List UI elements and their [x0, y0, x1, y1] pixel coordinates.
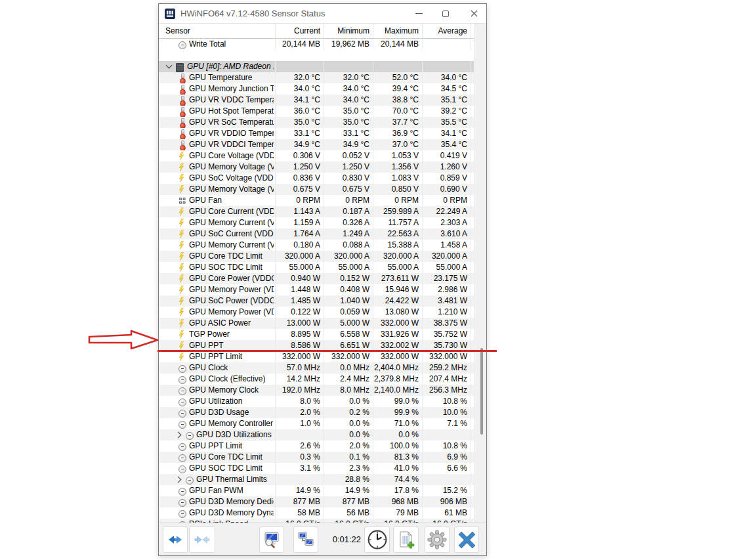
table-row[interactable]: GPU Core Power (VDDCR...0.940 W0.152 W27…	[159, 273, 474, 284]
table-row[interactable]: GPU Core TDC Limit320.000 A320.000 A320.…	[159, 251, 474, 262]
table-row[interactable]: GPU Memory Junction Te...34.0 °C34.0 °C3…	[159, 83, 474, 95]
expand-panels-button[interactable]	[163, 527, 188, 553]
table-row[interactable]: GPU SOC TDC Limit3.1 %2.3 %41.0 %6.6 %	[159, 463, 474, 474]
table-row[interactable]: GPU Core Voltage (VDDC...0.306 V0.052 V1…	[159, 150, 474, 162]
value-cell: 36.0 °C	[276, 106, 324, 117]
table-row[interactable]: GPU Thermal Limits28.8 %74.4 %	[159, 474, 474, 485]
table-row[interactable]: Write Total20,144 MB19,962 MB20,144 MB	[159, 39, 474, 50]
value-cell: 320.000 A	[423, 251, 471, 262]
table-row[interactable]: GPU VR VDDIO Temperat...33.1 °C33.1 °C36…	[159, 128, 474, 139]
column-header-sensor[interactable]: Sensor	[159, 24, 276, 38]
table-row[interactable]: GPU D3D Memory Dedica...877 MB877 MB968 …	[159, 496, 474, 507]
value-cell: 0.0 MHz	[324, 362, 373, 374]
table-row[interactable]: GPU VR VDDCI Temperat...34.9 °C34.9 °C37…	[159, 139, 474, 150]
table-row[interactable]: GPU Clock (Effective)14.2 MHz2.4 MHz2,37…	[159, 374, 474, 385]
value-cell: 906 MB	[423, 496, 471, 507]
bolt-icon	[178, 341, 186, 351]
gauge-icon	[178, 486, 186, 496]
value-cell: 55.000 A	[423, 262, 471, 273]
row-filler	[471, 284, 474, 295]
table-row[interactable]: GPU D3D Usage2.0 %0.2 %99.9 %10.0 %	[159, 407, 474, 418]
table-row[interactable]: GPU Clock57.0 MHz0.0 MHz2,404.0 MHz259.2…	[159, 362, 474, 374]
collapse-panels-button[interactable]	[189, 527, 215, 553]
chevron-right-icon[interactable]	[177, 477, 182, 483]
table-row[interactable]: GPU Temperature32.0 °C32.0 °C52.0 °C34.0…	[159, 72, 474, 83]
table-header: Sensor Current Minimum Maximum Average	[159, 24, 474, 39]
table-row[interactable]: GPU VR VDDC Temperature34.1 °C34.0 °C38.…	[159, 95, 474, 106]
table-row[interactable]: GPU Memory Power (VDD...0.122 W0.059 W13…	[159, 307, 474, 318]
table-row[interactable]: GPU D3D Memory Dynamic58 MB56 MB79 MB61 …	[159, 507, 474, 519]
gauge-icon	[178, 40, 186, 49]
table-row[interactable]: GPU D3D Utilizations0.0 %0.0 %	[159, 429, 474, 441]
table-row[interactable]: GPU Fan PWM14.9 %14.9 %17.8 %15.2 %	[159, 485, 474, 496]
arrows-outward-icon	[166, 532, 184, 547]
sensor-cell: GPU SoC Current (VDDC...	[159, 228, 276, 240]
logging-clock-button[interactable]	[364, 527, 390, 553]
column-header-current[interactable]: Current	[276, 24, 324, 38]
value-cell: 1.764 A	[276, 228, 324, 240]
close-sensors-button[interactable]	[454, 527, 479, 553]
table-row[interactable]: GPU SOC TDC Limit55.000 A55.000 A55.000 …	[159, 262, 474, 273]
report-button[interactable]	[393, 527, 419, 553]
table-row[interactable]: GPU Memory Current (VD...1.159 A0.326 A1…	[159, 217, 474, 228]
bolt-icon	[178, 286, 186, 295]
value-cell: 1.485 W	[276, 295, 324, 307]
value-cell: 1.249 A	[324, 228, 373, 240]
system-summary-button[interactable]	[259, 527, 284, 553]
value-cell: 0.326 A	[324, 217, 373, 228]
sensor-cell: GPU Utilization	[159, 396, 276, 407]
table-row[interactable]: GPU Core TDC Limit0.3 %0.1 %81.3 %6.9 %	[159, 452, 474, 463]
table-row[interactable]: GPU SoC Voltage (VDDC...0.836 V0.830 V1.…	[159, 173, 474, 184]
table-row[interactable]: GPU Memory Voltage (VD...0.675 V0.675 V0…	[159, 184, 474, 195]
table-row[interactable]: GPU ASIC Power13.000 W5.000 W332.000 W38…	[159, 318, 474, 329]
table-row[interactable]: TGP Power8.895 W6.558 W331.926 W35.752 W	[159, 329, 474, 340]
minimize-button[interactable]	[410, 4, 427, 23]
table-row[interactable]: GPU Memory Clock192.0 MHz8.0 MHz2,140.0 …	[159, 385, 474, 396]
sensor-label: GPU Memory Voltage (VD...	[189, 162, 274, 173]
table-row[interactable]: GPU SoC Power (VDDCR...1.485 W1.040 W24.…	[159, 295, 474, 307]
row-filler	[471, 374, 474, 385]
maximize-button[interactable]	[437, 4, 454, 23]
table-row[interactable]: GPU Memory Current (VD...0.180 A0.088 A1…	[159, 240, 474, 251]
value-cell: 32.0 °C	[324, 72, 373, 83]
row-filler	[471, 173, 474, 184]
table-row[interactable]: GPU Core Current (VDDC...1.143 A0.187 A2…	[159, 206, 474, 217]
column-header-minimum[interactable]: Minimum	[324, 24, 373, 38]
remote-monitoring-button[interactable]	[293, 527, 318, 553]
column-header-maximum[interactable]: Maximum	[373, 24, 423, 38]
close-button[interactable]	[465, 4, 482, 23]
sensor-cell: GPU Memory Junction Te...	[159, 83, 276, 95]
vertical-scrollbar[interactable]	[474, 24, 486, 523]
table-row[interactable]: GPU Memory Power (VDD...1.448 W0.408 W15…	[159, 284, 474, 295]
table-row[interactable]: GPU PPT Limit332.000 W332.000 W332.000 W…	[159, 351, 474, 362]
value-cell: 0.152 W	[324, 273, 373, 284]
table-row[interactable]: GPU Fan0 RPM0 RPM0 RPM0 RPM	[159, 195, 474, 206]
chevron-right-icon[interactable]	[177, 432, 182, 438]
gauge-icon	[178, 464, 186, 473]
value-cell: 0.187 A	[324, 206, 373, 217]
value-cell: 332.000 W	[276, 351, 324, 362]
table-row[interactable]: GPU SoC Current (VDDC...1.764 A1.249 A22…	[159, 228, 474, 240]
group-header-row[interactable]: GPU [#0]: AMD Radeon ...	[159, 61, 474, 72]
table-row[interactable]: GPU Hot Spot Temperature36.0 °C35.0 °C70…	[159, 106, 474, 117]
sensor-label: GPU Thermal Limits	[196, 474, 267, 485]
chevron-down-icon[interactable]	[166, 64, 172, 70]
value-cell: 99.9 %	[373, 407, 423, 418]
sensor-cell: GPU VR VDDIO Temperat...	[159, 128, 276, 139]
table-row[interactable]: GPU VR SoC Temperature35.0 °C35.0 °C37.7…	[159, 117, 474, 128]
value-cell: 2,404.0 MHz	[373, 362, 423, 374]
settings-button[interactable]	[425, 527, 450, 553]
row-filler	[471, 162, 474, 173]
sensor-label: GPU Memory Current (VD...	[189, 240, 274, 251]
value-cell: 38.375 W	[423, 318, 471, 329]
value-cell: 36.9 °C	[373, 128, 423, 139]
scrollbar-thumb[interactable]	[480, 348, 483, 435]
column-header-average[interactable]: Average	[423, 24, 471, 38]
value-cell: 2.3 %	[324, 463, 373, 474]
table-row[interactable]: GPU Utilization8.0 %0.0 %99.0 %10.8 %	[159, 396, 474, 407]
value-cell	[423, 429, 471, 441]
table-row[interactable]: GPU PPT Limit2.6 %2.0 %100.0 %10.8 %	[159, 441, 474, 452]
sensor-label: GPU SoC Current (VDDC...	[189, 228, 274, 240]
table-row[interactable]: GPU Memory Controller U...1.0 %0.0 %71.0…	[159, 418, 474, 429]
table-row[interactable]: GPU Memory Voltage (VD...1.250 V1.250 V1…	[159, 162, 474, 173]
